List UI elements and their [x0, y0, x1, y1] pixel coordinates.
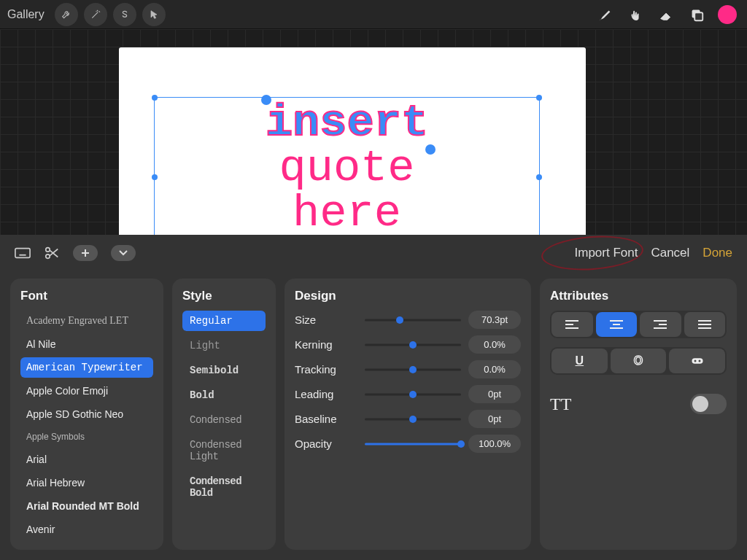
cut-button[interactable] [44, 245, 60, 261]
resize-handle[interactable] [152, 174, 158, 180]
actions-tool-button[interactable] [55, 3, 78, 26]
finger-icon [627, 7, 643, 23]
gallery-button[interactable]: Gallery [7, 8, 44, 21]
smudge-tool-button[interactable] [623, 2, 648, 27]
style-item[interactable]: Condensed Light [182, 435, 266, 467]
font-item[interactable]: Apple Color Emoji [20, 381, 153, 401]
font-item[interactable]: Arial Hebrew [20, 472, 153, 493]
align-center-button[interactable] [596, 312, 638, 337]
style-item[interactable]: Condensed [182, 410, 266, 430]
baseline-row: Baseline 0pt [295, 410, 521, 428]
current-color-swatch[interactable] [718, 5, 737, 24]
font-list[interactable]: Academy Engraved LET Al Nile American Ty… [20, 311, 153, 540]
svg-rect-2 [15, 249, 30, 258]
font-panel-title: Font [20, 289, 153, 303]
style-item[interactable]: Condensed Bold [182, 471, 266, 503]
app-toolbar: Gallery [0, 0, 747, 29]
attributes-panel: Attributes U O [540, 279, 737, 550]
baseline-value[interactable]: 0pt [468, 410, 521, 428]
brush-tool-button[interactable] [592, 2, 617, 27]
canvas-document[interactable]: insert quote here [119, 47, 586, 235]
kerning-value[interactable]: 0.0% [468, 335, 521, 354]
cursor-icon [148, 9, 160, 20]
align-left-button[interactable] [551, 312, 593, 337]
wrench-icon [61, 9, 72, 20]
font-item[interactable]: Arial Rounded MT Bold [20, 496, 153, 516]
design-panel-title: Design [295, 289, 521, 303]
style-item-selected[interactable]: Regular [182, 311, 266, 331]
style-list[interactable]: Regular Light Semibold Bold Condensed Co… [182, 311, 266, 503]
opacity-value[interactable]: 100.0% [468, 435, 521, 453]
eraser-icon [658, 7, 674, 23]
tracking-value[interactable]: 0.0% [468, 360, 521, 378]
resize-handle[interactable] [536, 95, 542, 101]
plus-icon [81, 249, 90, 257]
align-right-icon [654, 319, 667, 330]
font-item[interactable]: Avenir [20, 519, 153, 540]
design-panel: Design Size 70.3pt Kerning 0.0% Tracking… [285, 279, 531, 550]
size-label: Size [295, 314, 357, 326]
style-panel: Style Regular Light Semibold Bold Conden… [172, 279, 276, 550]
resize-handle[interactable] [536, 174, 542, 180]
brush-icon [597, 7, 613, 23]
select-tool-button[interactable] [113, 3, 136, 26]
font-item[interactable]: Apple Symbols [20, 427, 153, 446]
font-item[interactable]: Al Nile [20, 334, 153, 354]
color-picker-button[interactable] [715, 2, 740, 27]
text-bounding-box[interactable]: insert quote here [154, 97, 540, 235]
font-item[interactable]: Academy Engraved LET [20, 311, 153, 331]
selected-text[interactable]: insert [266, 101, 428, 146]
font-panel: Font Academy Engraved LET Al Nile Americ… [10, 279, 163, 550]
style-item[interactable]: Light [182, 335, 266, 356]
leading-value[interactable]: 0pt [468, 385, 521, 403]
svg-point-28 [698, 360, 700, 362]
alignment-segment [550, 311, 727, 338]
selection-handle[interactable] [261, 95, 271, 105]
layers-button[interactable] [684, 2, 709, 27]
align-left-icon [565, 319, 578, 330]
svg-line-10 [50, 250, 58, 257]
more-options-button[interactable] [111, 245, 136, 261]
cancel-button[interactable]: Cancel [651, 246, 689, 260]
size-row: Size 70.3pt [295, 311, 521, 329]
baseline-label: Baseline [295, 413, 357, 425]
keyboard-icon [15, 245, 31, 261]
eraser-tool-button[interactable] [654, 2, 678, 27]
opacity-slider[interactable] [365, 438, 461, 450]
leading-slider[interactable] [365, 389, 461, 400]
canvas-area[interactable]: insert quote here [0, 29, 747, 235]
align-right-button[interactable] [640, 312, 681, 337]
svg-rect-26 [692, 358, 703, 364]
size-slider[interactable] [365, 314, 461, 326]
add-button[interactable] [73, 245, 98, 261]
caps-toggle[interactable] [690, 394, 727, 414]
transform-tool-button[interactable] [142, 3, 166, 26]
tracking-slider[interactable] [365, 364, 461, 376]
opacity-label: Opacity [295, 438, 357, 450]
done-button[interactable]: Done [703, 246, 732, 260]
font-item-selected[interactable]: American Typewriter [20, 357, 153, 378]
keyboard-button[interactable] [15, 245, 31, 261]
kerning-slider[interactable] [365, 339, 461, 351]
resize-handle[interactable] [152, 95, 158, 101]
style-item[interactable]: Semibold [182, 360, 266, 381]
caps-label: TT [550, 394, 571, 414]
adjust-tool-button[interactable] [84, 3, 107, 26]
underline-button[interactable]: U [551, 349, 608, 373]
kerning-row: Kerning 0.0% [295, 335, 521, 354]
font-item[interactable]: Apple SD Gothic Neo [20, 404, 153, 424]
svg-point-9 [46, 254, 50, 259]
opacity-row: Opacity 100.0% [295, 435, 521, 453]
font-item[interactable]: Arial [20, 449, 153, 470]
strikethrough-button[interactable] [669, 349, 725, 373]
tracking-row: Tracking 0.0% [295, 360, 521, 378]
import-font-button[interactable]: Import Font [575, 246, 638, 260]
baseline-slider[interactable] [365, 413, 461, 425]
text-content[interactable]: insert quote here [155, 98, 539, 235]
size-value[interactable]: 70.3pt [468, 311, 521, 329]
style-item[interactable]: Bold [182, 385, 266, 405]
align-justify-button[interactable] [684, 312, 726, 337]
strikethrough-icon [691, 356, 704, 366]
underline-icon: U [576, 354, 584, 368]
outline-button[interactable]: O [611, 349, 667, 373]
